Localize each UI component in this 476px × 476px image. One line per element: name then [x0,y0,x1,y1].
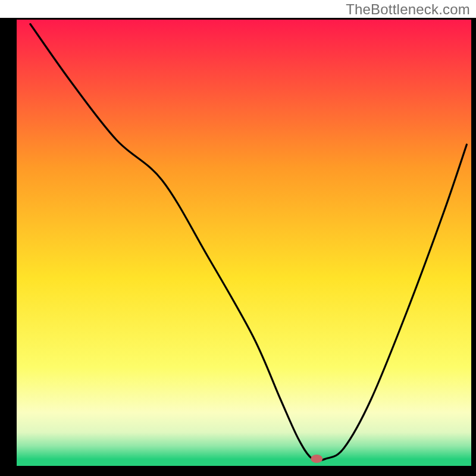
bottleneck-chart [0,0,476,476]
chart-stage: TheBottleneck.com [0,0,476,476]
optimum-marker [311,455,322,463]
gradient-field [17,20,471,466]
watermark-text: TheBottleneck.com [346,1,470,18]
